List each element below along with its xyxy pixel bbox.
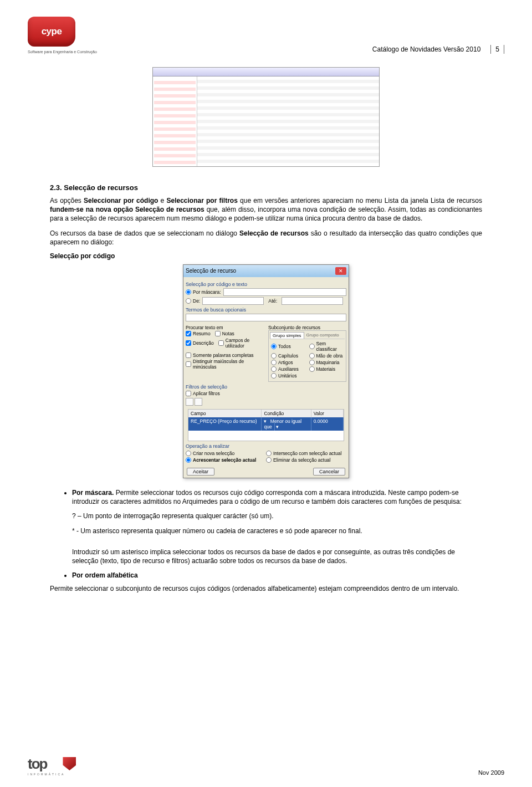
tab-grupo-composto[interactable]: Grupo composto <box>304 332 341 339</box>
aceitar-button[interactable]: Aceitar <box>187 468 214 476</box>
label-filtros: Filtros de selecção <box>186 384 346 390</box>
page-footer: top INFORMÁTICA Nov 2009 <box>28 755 504 776</box>
line-asterisk: * - Um asterisco representa qualquer núm… <box>72 527 482 535</box>
chk-notas[interactable]: Notas <box>215 331 234 336</box>
input-termos[interactable] <box>186 314 346 321</box>
chk-campos[interactable]: Campos de utilizador <box>218 338 264 349</box>
close-icon[interactable]: ✕ <box>335 267 346 275</box>
dialog-seleccao-recurso: Selecção de recurso ✕ Selecção por códig… <box>183 264 349 478</box>
rad-unitarios[interactable]: Unitários <box>271 373 306 379</box>
chk-distinguir[interactable]: Distinguir maiúsculas de minúsculas <box>186 359 264 370</box>
input-mascara[interactable] <box>223 288 346 296</box>
chk-descricao[interactable]: Descrição <box>186 338 214 349</box>
rad-acrescentar[interactable]: Acrescentar selecção actual <box>186 457 266 463</box>
section-heading: 2.3. Selecção de recursos <box>50 183 504 192</box>
bullet-por-mascara: Por máscara. Permite seleccionar todos o… <box>72 488 482 565</box>
paragraph-2: Os recursos da base de dados que se sele… <box>50 229 482 247</box>
filter-row[interactable]: RE_PREÇO (Preço do recurso) ▾ Menor ou i… <box>188 417 344 431</box>
page-number: 5 <box>490 45 504 54</box>
filter-table: Campo Condição Valor RE_PREÇO (Preço do … <box>188 409 344 441</box>
doc-title: Catálogo de Novidades Versão 2010 <box>372 45 484 53</box>
footer-date: Nov 2009 <box>478 769 504 776</box>
logo-text: cype <box>42 26 62 37</box>
top-informatica-logo: top INFORMÁTICA <box>28 755 76 776</box>
rad-maquinaria[interactable]: Maquinaria <box>309 360 344 365</box>
chk-resumo[interactable]: Resumo <box>186 331 211 336</box>
cype-logo: cype <box>28 17 75 47</box>
line-question: ? – Um ponto de interrogação representa … <box>72 512 482 520</box>
tagline: Software para Engenharia e Construção <box>28 50 97 54</box>
rad-artigos[interactable]: Artigos <box>271 360 306 365</box>
radio-de[interactable]: De: <box>186 298 200 304</box>
dialog-title-text: Selecção de recurso <box>186 268 236 274</box>
label-sel-codigo-texto: Selecção por código e texto <box>186 282 346 287</box>
rad-todos[interactable]: Todos <box>271 341 306 352</box>
dialog-titlebar: Selecção de recurso ✕ <box>183 265 349 277</box>
rad-sem[interactable]: Sem classificar <box>309 341 344 352</box>
rad-materiais[interactable]: Materiais <box>309 366 344 372</box>
bullet-por-ordem: Por ordem alfabética <box>72 571 482 580</box>
sub-heading: Selecção por código <box>50 252 482 260</box>
paragraph-1: As opções Seleccionar por código e Selec… <box>50 196 482 223</box>
filter-toolbar <box>186 397 346 407</box>
rad-mao[interactable]: Mão de obra <box>309 353 344 359</box>
logo-block: cype Software para Engenharia e Construç… <box>28 17 97 54</box>
rad-inter[interactable]: Intersecção com selecção actual <box>266 451 346 456</box>
delete-icon[interactable] <box>195 398 202 406</box>
screenshot-resource-list <box>152 67 380 167</box>
por-ordem-text: Permite seleccionar o subconjunto de rec… <box>50 584 482 593</box>
chk-aplicar-filtros[interactable]: Aplicar filtros <box>186 391 346 396</box>
tab-grupo-simples[interactable]: Grupo simples <box>270 332 304 339</box>
add-icon[interactable] <box>186 398 193 406</box>
cancelar-button[interactable]: Cancelar <box>313 468 345 476</box>
radio-por-mascara[interactable]: Por máscara: <box>186 289 221 295</box>
note-asterisk: Introduzir só um asterisco implica selec… <box>72 548 482 565</box>
rad-capitulos[interactable]: Capítulos <box>271 353 306 359</box>
doc-title-col: Catálogo de Novidades Versão 2010 5 <box>372 45 504 54</box>
rad-eliminar[interactable]: Eliminar da selecção actual <box>266 457 346 463</box>
page-header: cype Software para Engenharia e Construç… <box>28 17 504 54</box>
label-operacao: Operação a realizar <box>186 443 346 449</box>
rad-auxiliares[interactable]: Auxiliares <box>271 366 306 372</box>
rad-criar[interactable]: Criar nova selecção <box>186 451 266 456</box>
label-termos: Termos de busca opcionais <box>186 307 346 313</box>
chk-somente[interactable]: Somente palavras completas <box>186 352 264 358</box>
bullet-list: Por máscara. Permite seleccionar todos o… <box>72 488 482 580</box>
input-ate[interactable] <box>282 297 343 305</box>
input-de[interactable] <box>202 297 264 305</box>
